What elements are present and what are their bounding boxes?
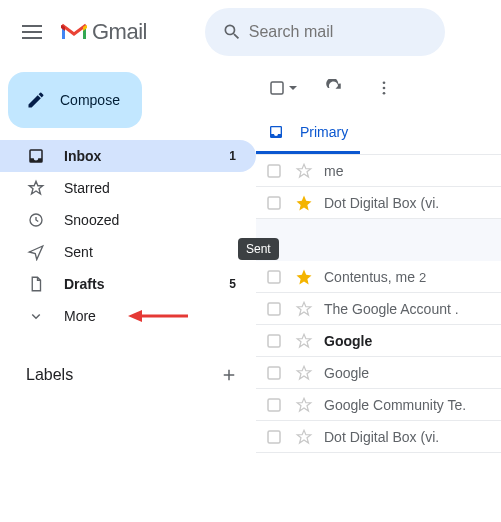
row-sender: me: [324, 163, 343, 179]
plus-icon: [220, 366, 238, 384]
chevron-down-icon: [26, 307, 46, 325]
row-checkbox[interactable]: [264, 364, 284, 382]
row-star[interactable]: [294, 194, 314, 212]
row-sender: Google: [324, 365, 369, 381]
labels-section: Labels: [0, 360, 256, 390]
dots-vertical-icon: [375, 79, 393, 97]
sidebar: Compose Inbox 1 Starred Snoozed Sent Dra…: [0, 64, 256, 453]
inbox-count: 1: [229, 149, 244, 163]
row-sender: Google: [324, 333, 372, 349]
sidebar-item-inbox[interactable]: Inbox 1: [0, 140, 256, 172]
row-star[interactable]: [294, 364, 314, 382]
svg-rect-5: [268, 165, 280, 177]
svg-rect-7: [268, 271, 280, 283]
row-checkbox[interactable]: [264, 332, 284, 350]
row-checkbox[interactable]: [264, 300, 284, 318]
search-icon: [215, 22, 249, 42]
send-icon: [26, 243, 46, 261]
row-sender: Dot Digital Box (vi.: [324, 429, 439, 445]
compose-button[interactable]: Compose: [8, 72, 142, 128]
email-row[interactable]: Google: [256, 357, 501, 389]
row-checkbox[interactable]: [264, 428, 284, 446]
caret-down-icon: [288, 83, 298, 93]
svg-rect-12: [268, 431, 280, 443]
sidebar-item-starred[interactable]: Starred: [0, 172, 256, 204]
sidebar-item-drafts[interactable]: Drafts 5: [0, 268, 256, 300]
row-sender: Contentus, me2: [324, 269, 426, 285]
svg-point-4: [383, 92, 386, 95]
row-sender: Google Community Te.: [324, 397, 466, 413]
row-star[interactable]: [294, 428, 314, 446]
clock-icon: [26, 211, 46, 229]
refresh-button[interactable]: [320, 79, 348, 97]
row-star[interactable]: [294, 268, 314, 286]
svg-rect-8: [268, 303, 280, 315]
gmail-icon: [60, 22, 88, 42]
svg-rect-10: [268, 367, 280, 379]
svg-rect-1: [271, 82, 283, 94]
svg-rect-6: [268, 197, 280, 209]
sidebar-item-sent[interactable]: Sent: [0, 236, 256, 268]
svg-rect-11: [268, 399, 280, 411]
row-sender: Dot Digital Box (vi.: [324, 195, 439, 211]
sent-label: Sent: [64, 244, 244, 260]
annotation-arrow: [128, 307, 188, 325]
refresh-icon: [325, 79, 343, 97]
email-row[interactable]: Google Community Te.: [256, 389, 501, 421]
email-row[interactable]: The Google Account .: [256, 293, 501, 325]
email-row[interactable]: Contentus, me2: [256, 261, 501, 293]
sidebar-item-snoozed[interactable]: Snoozed: [0, 204, 256, 236]
checkbox-icon: [268, 79, 286, 97]
row-star[interactable]: [294, 396, 314, 414]
row-sender: The Google Account .: [324, 301, 459, 317]
gmail-logo[interactable]: Gmail: [56, 19, 147, 45]
search-bar[interactable]: [205, 8, 445, 56]
row-checkbox[interactable]: [264, 268, 284, 286]
search-input[interactable]: [249, 23, 435, 41]
row-star[interactable]: [294, 162, 314, 180]
file-icon: [26, 275, 46, 293]
select-all-checkbox[interactable]: [268, 79, 298, 97]
row-checkbox[interactable]: [264, 396, 284, 414]
tooltip-sent: Sent: [238, 238, 279, 260]
snoozed-label: Snoozed: [64, 212, 244, 228]
row-star[interactable]: [294, 332, 314, 350]
pencil-icon: [26, 90, 46, 110]
starred-label: Starred: [64, 180, 244, 196]
toolbar: [256, 64, 501, 112]
more-actions-button[interactable]: [370, 79, 398, 97]
main-panel: Primary me Dot Digital Box (vi. Contentu…: [256, 64, 501, 453]
email-row[interactable]: me: [256, 155, 501, 187]
list-gap: [256, 219, 501, 261]
category-tabs: Primary: [256, 112, 501, 155]
tab-primary-label: Primary: [300, 124, 348, 140]
svg-rect-9: [268, 335, 280, 347]
labels-title: Labels: [26, 366, 73, 384]
svg-point-2: [383, 81, 386, 84]
inbox-label: Inbox: [64, 148, 211, 164]
row-checkbox[interactable]: [264, 162, 284, 180]
star-icon: [26, 179, 46, 197]
drafts-label: Drafts: [64, 276, 211, 292]
inbox-tab-icon: [268, 124, 284, 140]
gmail-logo-text: Gmail: [92, 19, 147, 45]
email-row[interactable]: Dot Digital Box (vi.: [256, 187, 501, 219]
add-label-button[interactable]: [220, 366, 238, 384]
email-list: me Dot Digital Box (vi. Contentus, me2 T…: [256, 155, 501, 453]
drafts-count: 5: [229, 277, 244, 291]
tab-primary[interactable]: Primary: [256, 112, 360, 154]
inbox-icon: [26, 147, 46, 165]
hamburger-icon: [22, 25, 42, 39]
row-checkbox[interactable]: [264, 194, 284, 212]
email-row[interactable]: Dot Digital Box (vi.: [256, 421, 501, 453]
compose-label: Compose: [60, 92, 120, 108]
svg-point-3: [383, 87, 386, 90]
email-row[interactable]: Google: [256, 325, 501, 357]
main-menu-button[interactable]: [8, 8, 56, 56]
row-star[interactable]: [294, 300, 314, 318]
